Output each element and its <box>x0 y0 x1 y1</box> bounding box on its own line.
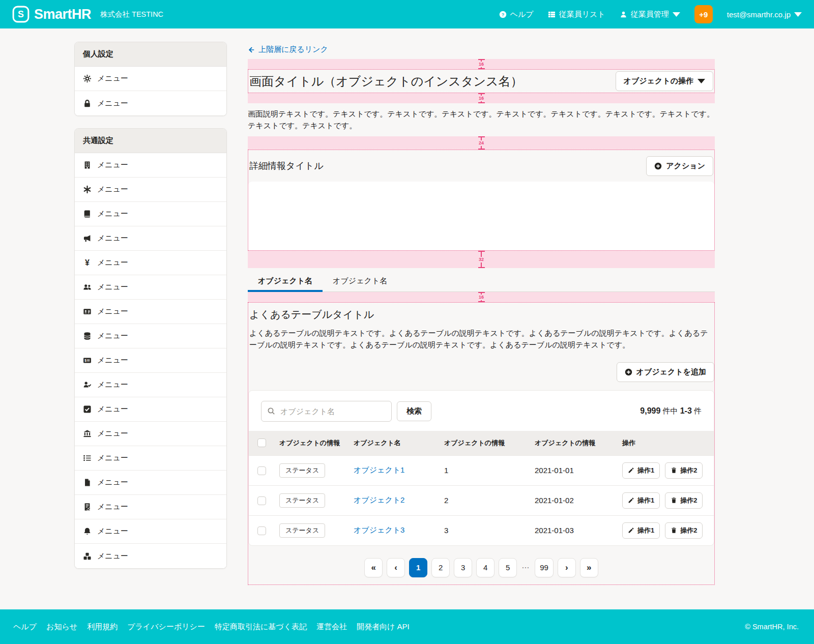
column-header: オブジェクト名 <box>350 431 440 456</box>
sidebar-item-menu[interactable]: メニュー <box>75 67 226 91</box>
footer-link[interactable]: 特定商取引法に基づく表記 <box>215 622 307 632</box>
caret-down-icon <box>794 11 802 18</box>
detail-panel-body <box>248 182 714 250</box>
sidebar-item-menu[interactable]: メニュー <box>75 519 226 544</box>
sidebar-item-menu[interactable]: ¥メニュー <box>75 251 226 275</box>
sidebar-item-menu[interactable]: メニュー <box>75 300 226 324</box>
sidebar-item-label: メニュー <box>97 356 128 365</box>
sidebar-item-menu[interactable]: メニュー <box>75 446 226 471</box>
status-badge: ステータス <box>279 463 325 478</box>
page-number-button[interactable]: 99 <box>535 558 554 577</box>
search-button[interactable]: 検索 <box>397 401 431 421</box>
page-number-button[interactable]: 4 <box>476 558 495 577</box>
sidebar-item-menu[interactable]: メニュー <box>75 373 226 397</box>
employee-admin-label: 従業員管理 <box>631 10 669 19</box>
page-number-button[interactable]: 1 <box>409 558 427 577</box>
action-label: 操作1 <box>637 466 654 475</box>
caret-down-icon <box>673 11 680 18</box>
object-link[interactable]: オブジェクト2 <box>354 495 404 504</box>
sidebar-item-menu[interactable]: メニュー <box>75 275 226 300</box>
sidebar-item-menu[interactable]: メニュー <box>75 422 226 446</box>
money-check-icon: $ <box>83 356 92 365</box>
sidebar-section: 共通設定メニューメニューメニューメニュー¥メニューメニューメニューメニュー$メニ… <box>74 128 227 569</box>
footer-link[interactable]: 利用規約 <box>87 622 118 632</box>
detail-panel: 詳細情報タイトル アクション <box>248 150 715 251</box>
tab-object-2[interactable]: オブジェクト名 <box>323 270 397 292</box>
row-checkbox[interactable] <box>257 526 266 535</box>
account-email: test@smarthr.co.jp <box>727 10 791 19</box>
table-row: ステータスオブジェクト112021-01-01操作1操作2 <box>249 455 714 485</box>
detail-panel-title: 詳細情報タイトル <box>249 160 324 172</box>
object-link[interactable]: オブジェクト3 <box>354 525 404 534</box>
object-link[interactable]: オブジェクト1 <box>354 465 404 474</box>
footer-link[interactable]: お知らせ <box>46 622 77 632</box>
sidebar-item-menu[interactable]: メニュー <box>75 153 226 178</box>
help-link[interactable]: ? ヘルプ <box>499 10 534 19</box>
table-block: よくあるテーブルタイトル よくあるテーブルの説明テキストです。よくあるテーブルの… <box>248 302 715 585</box>
copyright: © SmartHR, Inc. <box>745 623 799 631</box>
asterisk-icon <box>83 185 92 194</box>
sidebar-item-label: メニュー <box>97 380 128 390</box>
select-all-checkbox[interactable] <box>257 438 266 447</box>
sidebar-item-menu[interactable]: メニュー <box>75 178 226 202</box>
footer-link[interactable]: 運営会社 <box>316 622 347 632</box>
first-page-button[interactable]: « <box>364 558 383 577</box>
sidebar-item-label: メニュー <box>97 185 128 194</box>
sidebar-item-label: メニュー <box>97 209 128 219</box>
edit-button[interactable]: 操作1 <box>622 492 660 509</box>
page-number-button[interactable]: 2 <box>431 558 450 577</box>
sidebar-item-menu[interactable]: メニュー <box>75 91 226 115</box>
sidebar-item-menu[interactable]: メニュー <box>75 544 226 568</box>
list-icon <box>83 454 92 462</box>
edit-button[interactable]: 操作1 <box>622 462 660 479</box>
pencil-icon <box>628 467 634 474</box>
page-number-button[interactable]: 3 <box>454 558 472 577</box>
delete-button[interactable]: 操作2 <box>665 522 703 539</box>
prev-page-button[interactable]: ‹ <box>387 558 405 577</box>
last-page-button[interactable]: » <box>580 558 598 577</box>
employee-admin-dropdown[interactable]: 従業員管理 <box>620 10 680 19</box>
sidebar-item-menu[interactable]: $メニュー <box>75 348 226 373</box>
detail-panel-header: 詳細情報タイトル アクション <box>248 150 714 182</box>
sidebar-item-menu[interactable]: メニュー <box>75 324 226 348</box>
circle-question-icon: ? <box>499 11 507 18</box>
arrow-left-icon <box>248 46 255 53</box>
column-header: オブジェクトの情報 <box>531 431 618 456</box>
footer-links: ヘルプお知らせ利用規約プライバシーポリシー特定商取引法に基づく表記運営会社開発者… <box>13 622 410 632</box>
footer-link[interactable]: プライバシーポリシー <box>127 622 205 632</box>
app-header: S SmartHR 株式会社 TESTINC ? ヘルプ 従業員リスト 従業員管… <box>0 0 814 28</box>
sidebar-item-label: メニュー <box>97 160 128 170</box>
notification-badge[interactable]: +9 <box>694 5 713 23</box>
sidebar-item-menu[interactable]: メニュー <box>75 226 226 251</box>
search-input[interactable] <box>261 401 392 422</box>
back-link[interactable]: 上階層に戻るリンク <box>248 45 328 54</box>
object-date-cell: 2021-01-03 <box>531 515 618 545</box>
account-dropdown[interactable]: test@smarthr.co.jp <box>727 10 802 19</box>
tab-object-1[interactable]: オブジェクト名 <box>248 270 323 292</box>
sidebar-item-menu[interactable]: メニュー <box>75 397 226 422</box>
edit-button[interactable]: 操作1 <box>622 522 660 539</box>
row-checkbox[interactable] <box>257 466 266 475</box>
footer-link[interactable]: ヘルプ <box>13 622 37 632</box>
action-button[interactable]: アクション <box>646 156 713 176</box>
users-icon <box>83 283 92 291</box>
page-number-button[interactable]: 5 <box>499 558 517 577</box>
column-header: オブジェクトの情報 <box>275 431 350 456</box>
smarthr-logo[interactable]: S SmartHR <box>12 6 91 23</box>
sidebar-item-menu[interactable]: メニュー <box>75 471 226 495</box>
user-check-icon <box>83 380 92 389</box>
footer-link[interactable]: 開発者向け API <box>357 622 410 632</box>
object-actions-dropdown[interactable]: オブジェクトの操作 <box>616 71 713 91</box>
sidebar-item-label: メニュー <box>97 429 128 438</box>
delete-button[interactable]: 操作2 <box>665 492 703 509</box>
delete-button[interactable]: 操作2 <box>665 462 703 479</box>
next-page-button[interactable]: › <box>558 558 576 577</box>
sidebar-item-menu[interactable]: メニュー <box>75 495 226 519</box>
building-icon <box>83 161 92 169</box>
sidebar-item-menu[interactable]: メニュー <box>75 202 226 226</box>
add-object-button[interactable]: オブジェクトを追加 <box>617 362 714 382</box>
employee-list-link[interactable]: 従業員リスト <box>548 10 605 19</box>
row-checkbox[interactable] <box>257 496 266 505</box>
database-icon <box>83 332 92 340</box>
add-object-label: オブジェクトを追加 <box>636 367 706 377</box>
